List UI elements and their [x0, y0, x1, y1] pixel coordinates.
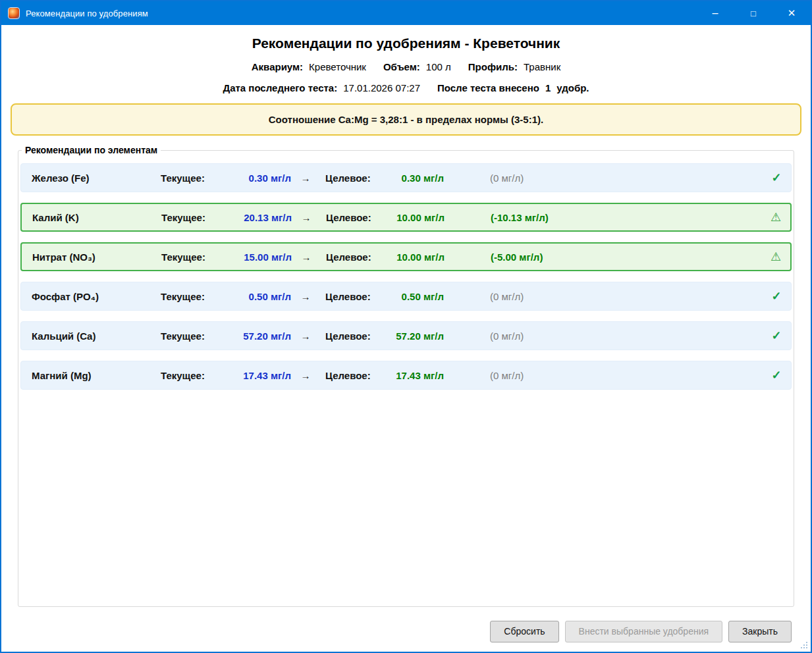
target-value: 17.43 мг/л — [385, 370, 444, 381]
check-icon: ✓ — [762, 330, 791, 342]
element-name: Фосфат (PO₄) — [21, 291, 161, 302]
maximize-button[interactable]: □ — [734, 1, 772, 25]
element-name: Магний (Mg) — [21, 370, 161, 381]
target-value: 0.30 мг/л — [385, 172, 444, 184]
target-label: Целевое: — [320, 172, 385, 184]
footer-button-bar: Сбросить Внести выбранные удобрения Закр… — [1, 611, 811, 652]
apply-fertilizers-button[interactable]: Внести выбранные удобрения — [565, 621, 722, 642]
current-label: Текущее: — [161, 172, 219, 184]
aquarium-pair: Аквариум: Креветочник — [252, 61, 366, 72]
app-icon — [8, 7, 20, 19]
delta-value: (0 мг/л) — [490, 291, 635, 302]
page-title: Рекомендации по удобрениям - Креветочник — [1, 36, 811, 51]
current-label: Текущее: — [161, 370, 219, 381]
resize-grip[interactable] — [799, 640, 809, 650]
close-icon[interactable]: ✕ — [772, 1, 811, 25]
current-value: 57.20 мг/л — [219, 330, 291, 342]
element-name: Кальций (Ca) — [21, 330, 161, 342]
element-row[interactable]: Кальций (Ca) Текущее: 57.20 мг/л → Целев… — [20, 321, 792, 350]
ca-mg-ratio-text: Соотношение Ca:Mg = 3,28:1 - в пределах … — [269, 114, 543, 125]
element-row[interactable]: Магний (Mg) Текущее: 17.43 мг/л → Целево… — [20, 361, 792, 390]
delta-value: (0 мг/л) — [490, 330, 635, 342]
window-controls: – □ ✕ — [696, 1, 811, 25]
current-value: 17.43 мг/л — [219, 370, 291, 381]
target-value: 57.20 мг/л — [385, 330, 444, 342]
aquarium-info-line: Аквариум: Креветочник Объем: 100 л Профи… — [1, 61, 811, 72]
target-label: Целевое: — [321, 251, 385, 263]
element-name: Нитрат (NO₃) — [22, 251, 161, 263]
after-test-count: 1 — [545, 82, 551, 93]
dialog-content: Рекомендации по удобрениям - Креветочник… — [1, 25, 811, 652]
warning-icon: ⚠ — [761, 211, 790, 223]
target-value: 10.00 мг/л — [385, 251, 445, 263]
profile-pair: Профиль: Травник — [468, 61, 560, 72]
reset-button[interactable]: Сбросить — [490, 621, 558, 642]
check-icon: ✓ — [762, 290, 791, 302]
target-value: 0.50 мг/л — [385, 291, 444, 302]
element-row[interactable]: Железо (Fe) Текущее: 0.30 мг/л → Целевое… — [20, 163, 792, 192]
volume-label: Объем: — [383, 61, 420, 72]
check-icon: ✓ — [762, 172, 791, 184]
current-value: 15.00 мг/л — [219, 251, 292, 263]
check-icon: ✓ — [762, 369, 791, 381]
target-value: 10.00 мг/л — [385, 212, 445, 223]
test-date-pair: Дата последнего теста: 17.01.2026 07:27 — [223, 82, 420, 93]
recommendations-groupbox: Рекомендации по элементам Железо (Fe) Те… — [18, 145, 794, 607]
delta-value: (-10.13 мг/л) — [491, 212, 636, 223]
after-test-label: После теста внесено — [437, 82, 539, 93]
target-label: Целевое: — [320, 370, 385, 381]
element-rows: Железо (Fe) Текущее: 0.30 мг/л → Целевое… — [20, 163, 792, 390]
arrow-icon: → — [291, 370, 320, 381]
test-date-label: Дата последнего теста: — [223, 82, 337, 93]
profile-label: Профиль: — [468, 61, 518, 72]
element-name: Калий (K) — [22, 212, 161, 223]
volume-value: 100 л — [426, 61, 451, 72]
test-date-value: 17.01.2026 07:27 — [343, 82, 420, 93]
arrow-icon: → — [291, 291, 320, 302]
current-label: Текущее: — [161, 291, 219, 302]
current-label: Текущее: — [161, 212, 219, 223]
delta-value: (0 мг/л) — [490, 172, 635, 184]
arrow-icon: → — [291, 172, 320, 184]
current-value: 20.13 мг/л — [219, 212, 292, 223]
element-row[interactable]: Нитрат (NO₃) Текущее: 15.00 мг/л → Целев… — [20, 242, 792, 271]
aquarium-value: Креветочник — [309, 61, 366, 72]
after-test-pair: После теста внесено 1 удобр. — [437, 82, 589, 93]
current-label: Текущее: — [161, 330, 219, 342]
minimize-button[interactable]: – — [696, 1, 734, 25]
delta-value: (0 мг/л) — [490, 370, 635, 381]
target-label: Целевое: — [320, 330, 385, 342]
after-test-suffix: удобр. — [556, 82, 589, 93]
profile-value: Травник — [524, 61, 560, 72]
delta-value: (-5.00 мг/л) — [491, 251, 636, 263]
titlebar[interactable]: Рекомендации по удобрениям – □ ✕ — [1, 1, 811, 25]
element-row[interactable]: Калий (K) Текущее: 20.13 мг/л → Целевое:… — [20, 203, 792, 232]
current-label: Текущее: — [161, 251, 219, 263]
fertilizer-recommendations-window: Рекомендации по удобрениям – □ ✕ Рекомен… — [0, 0, 812, 653]
element-row[interactable]: Фосфат (PO₄) Текущее: 0.50 мг/л → Целево… — [20, 282, 792, 311]
aquarium-label: Аквариум: — [252, 61, 303, 72]
close-dialog-button[interactable]: Закрыть — [728, 621, 792, 642]
ca-mg-ratio-alert: Соотношение Ca:Mg = 3,28:1 - в пределах … — [11, 103, 801, 136]
target-label: Целевое: — [320, 291, 385, 302]
test-info-line: Дата последнего теста: 17.01.2026 07:27 … — [1, 82, 811, 93]
window-title: Рекомендации по удобрениям — [26, 9, 148, 18]
warning-icon: ⚠ — [761, 251, 790, 263]
arrow-icon: → — [292, 251, 321, 263]
volume-pair: Объем: 100 л — [383, 61, 451, 72]
resize-grip-dots — [799, 640, 809, 650]
current-value: 0.30 мг/л — [219, 172, 291, 184]
current-value: 0.50 мг/л — [219, 291, 291, 302]
target-label: Целевое: — [321, 212, 385, 223]
arrow-icon: → — [291, 330, 320, 342]
groupbox-title: Рекомендации по элементам — [22, 145, 161, 155]
element-name: Железо (Fe) — [21, 172, 161, 184]
arrow-icon: → — [292, 212, 321, 223]
